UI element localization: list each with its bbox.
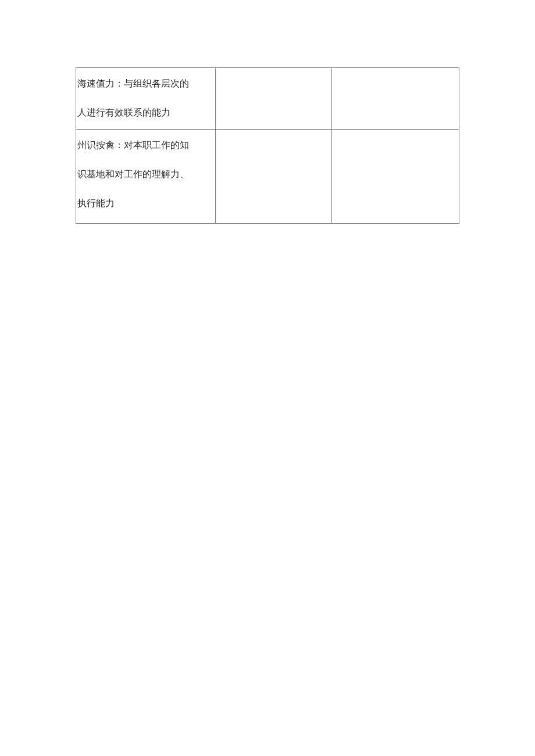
criteria-text-line: 执行能力	[77, 189, 214, 218]
criteria-text-line: 海速值力：与组织各层次的	[77, 69, 214, 98]
criteria-text-line: 识基地和对工作的理解力、	[77, 160, 214, 189]
document-page: 海速值力：与组织各层次的 人进行有效联系的能力 州识按禽：对本职工作的知 识基地…	[0, 0, 535, 224]
empty-cell	[332, 68, 459, 130]
empty-cell	[216, 130, 332, 224]
empty-cell	[332, 130, 459, 224]
criteria-text-line: 州识按禽：对本职工作的知	[77, 131, 214, 160]
criteria-cell: 海速值力：与组织各层次的 人进行有效联系的能力	[76, 68, 216, 130]
table-row: 州识按禽：对本职工作的知 识基地和对工作的理解力、 执行能力	[76, 130, 459, 224]
evaluation-table: 海速值力：与组织各层次的 人进行有效联系的能力 州识按禽：对本职工作的知 识基地…	[76, 67, 459, 224]
empty-cell	[216, 68, 332, 130]
criteria-cell: 州识按禽：对本职工作的知 识基地和对工作的理解力、 执行能力	[76, 130, 216, 224]
criteria-text-line: 人进行有效联系的能力	[77, 98, 214, 127]
table-row: 海速值力：与组织各层次的 人进行有效联系的能力	[76, 68, 459, 130]
